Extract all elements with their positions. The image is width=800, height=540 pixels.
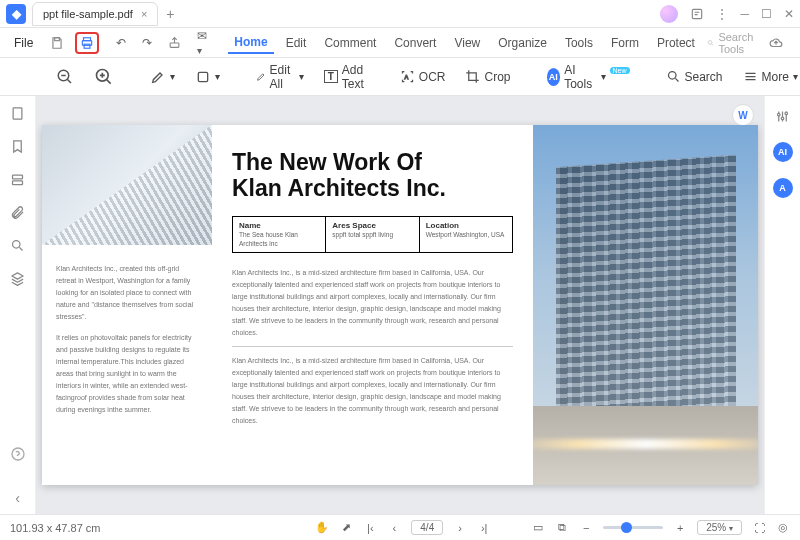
redo-icon[interactable]: ↷: [137, 33, 157, 53]
minimize-button[interactable]: ─: [740, 7, 749, 21]
document-canvas[interactable]: W Klan Architects Inc., created this off…: [36, 96, 764, 514]
fit-width-icon[interactable]: ▭: [531, 521, 545, 534]
menu-bar: File ↶ ↷ ✉▾ Home Edit Comment Convert Vi…: [0, 28, 800, 58]
edit-all-button[interactable]: Edit All▾: [250, 59, 310, 95]
table-location-value: Westport Washington, USA: [426, 230, 506, 239]
attachment-icon[interactable]: [10, 205, 25, 220]
word-export-chip[interactable]: W: [732, 104, 754, 126]
svg-point-6: [708, 40, 712, 44]
menu-home[interactable]: Home: [228, 32, 273, 54]
add-tab-button[interactable]: +: [166, 6, 174, 22]
zoom-level[interactable]: 25% ▾: [697, 520, 742, 535]
fit-page-icon[interactable]: ⧉: [555, 521, 569, 534]
fullscreen-icon[interactable]: ⛶: [752, 522, 766, 534]
table-name-label: Name: [239, 221, 319, 230]
zoom-in-icon[interactable]: [88, 63, 120, 91]
svg-point-15: [13, 241, 21, 249]
thumbnails-icon[interactable]: [10, 106, 25, 121]
left-paragraph-1: Klan Architects Inc., created this off-g…: [56, 263, 198, 322]
chevron-down-icon[interactable]: ⌄: [794, 33, 800, 53]
zoom-plus-icon[interactable]: +: [673, 522, 687, 534]
svg-point-17: [778, 113, 781, 116]
next-page-icon[interactable]: ›: [453, 522, 467, 534]
zoom-slider[interactable]: [603, 526, 663, 529]
menu-comment[interactable]: Comment: [318, 33, 382, 53]
collapse-left-icon[interactable]: ‹: [15, 490, 20, 506]
select-tool-icon[interactable]: ⬈: [339, 521, 353, 534]
share-icon[interactable]: [163, 33, 186, 52]
search-tools[interactable]: Search Tools: [707, 31, 758, 55]
ai-icon: AI: [547, 68, 561, 86]
title-bar: ◆ ppt file-sample.pdf × + ⋮ ─ ☐ ✕: [0, 0, 800, 28]
divider: [232, 346, 513, 347]
zoom-minus-icon[interactable]: −: [579, 522, 593, 534]
ai-tools-button[interactable]: AIAI Tools▾New: [541, 59, 636, 95]
ocr-button[interactable]: AOCR: [394, 65, 452, 88]
last-page-icon[interactable]: ›|: [477, 522, 491, 534]
svg-point-18: [781, 117, 784, 120]
crop-button[interactable]: Crop: [459, 65, 516, 88]
hand-tool-icon[interactable]: ✋: [315, 521, 329, 534]
zoom-thumb[interactable]: [621, 522, 632, 533]
table-name-value: The Sea house Klan Architects inc: [239, 230, 319, 248]
svg-point-19: [785, 112, 788, 115]
settings-sliders-icon[interactable]: [773, 106, 793, 126]
add-text-button[interactable]: TAdd Text: [318, 59, 370, 95]
svg-point-11: [668, 72, 676, 80]
close-tab-icon[interactable]: ×: [141, 8, 147, 20]
zoom-out-icon[interactable]: [50, 64, 80, 90]
table-area-label: Ares Space: [332, 221, 412, 230]
page-total: /4: [426, 522, 434, 533]
svg-rect-14: [13, 181, 23, 185]
add-text-label: Add Text: [342, 63, 364, 91]
ai-panel-icon[interactable]: AI: [773, 142, 793, 162]
document-tab[interactable]: ppt file-sample.pdf ×: [32, 2, 158, 26]
svg-text:A: A: [404, 74, 408, 80]
info-table: NameThe Sea house Klan Architects inc Ar…: [232, 216, 513, 253]
account-orb-icon[interactable]: [660, 5, 678, 23]
notes-icon[interactable]: [690, 7, 704, 21]
bookmark-icon[interactable]: [10, 139, 25, 154]
help-icon[interactable]: [10, 446, 26, 462]
menu-form[interactable]: Form: [605, 33, 645, 53]
search-button[interactable]: Search: [660, 65, 729, 88]
print-icon[interactable]: [75, 32, 99, 54]
first-page-icon[interactable]: |‹: [363, 522, 377, 534]
maximize-button[interactable]: ☐: [761, 7, 772, 21]
mail-icon[interactable]: ✉▾: [192, 26, 212, 60]
prev-page-icon[interactable]: ‹: [387, 522, 401, 534]
menu-view[interactable]: View: [448, 33, 486, 53]
crop-label: Crop: [484, 70, 510, 84]
building-image-left: [42, 125, 212, 245]
edit-all-label: Edit All: [270, 63, 295, 91]
cloud-upload-icon[interactable]: [764, 33, 788, 53]
comments-icon[interactable]: [10, 172, 25, 187]
table-area-value: sppft total sppft living: [332, 230, 412, 239]
menu-convert[interactable]: Convert: [388, 33, 442, 53]
save-icon[interactable]: [45, 33, 69, 53]
search-label: Search: [685, 70, 723, 84]
close-window-button[interactable]: ✕: [784, 7, 794, 21]
table-location-label: Location: [426, 221, 506, 230]
menu-edit[interactable]: Edit: [280, 33, 313, 53]
menu-organize[interactable]: Organize: [492, 33, 553, 53]
building-image-right: [533, 125, 758, 485]
highlighter-icon[interactable]: ▾: [144, 65, 181, 89]
headline: The New Work Of Klan Architects Inc.: [232, 149, 513, 202]
shape-icon[interactable]: ▾: [189, 65, 226, 89]
more-button[interactable]: More▾: [737, 65, 800, 88]
svg-rect-1: [55, 37, 60, 40]
svg-rect-12: [13, 108, 22, 119]
body-paragraph-2: Klan Architects Inc., is a mid-sized arc…: [232, 355, 513, 426]
search-panel-icon[interactable]: [10, 238, 25, 253]
menu-protect[interactable]: Protect: [651, 33, 701, 53]
menu-file[interactable]: File: [8, 33, 39, 53]
kebab-menu-icon[interactable]: ⋮: [716, 7, 728, 21]
menu-tools[interactable]: Tools: [559, 33, 599, 53]
undo-icon[interactable]: ↶: [111, 33, 131, 53]
layers-icon[interactable]: [10, 271, 25, 286]
read-mode-icon[interactable]: ◎: [776, 521, 790, 534]
assistant-panel-icon[interactable]: A: [773, 178, 793, 198]
left-paragraph-2: It relies on photovoltaic panels for ele…: [56, 332, 198, 415]
page-indicator[interactable]: 4/4: [411, 520, 443, 535]
